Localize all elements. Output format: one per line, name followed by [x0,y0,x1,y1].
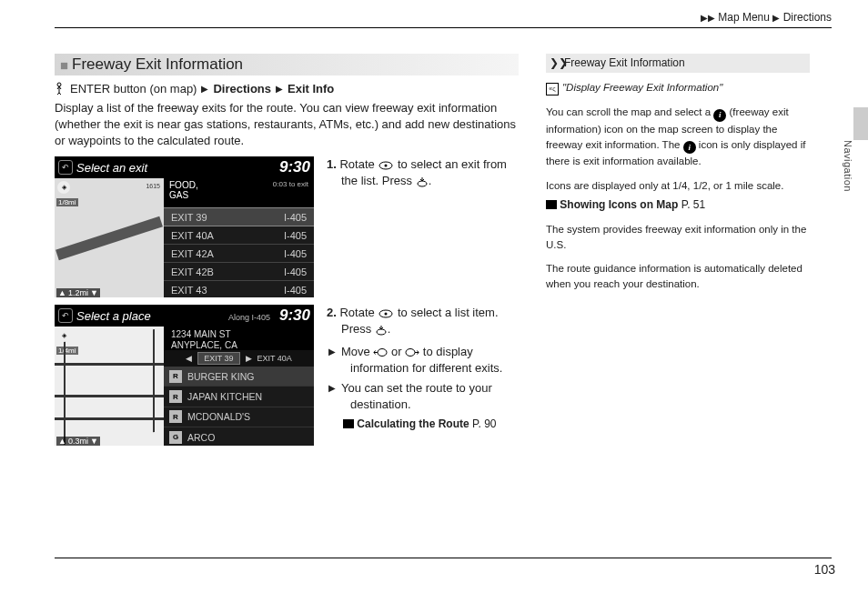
navigation-path: ENTER button (on map) ▶ Directions ▶ Exi… [55,81,519,96]
chevron-right-icon: ▶ [201,84,208,94]
chevron-right-icon: ▶ [772,13,780,23]
chevron-right-icon[interactable]: ▶ [246,354,252,363]
exit-services-label: GAS [169,190,188,200]
voice-command: «ς "Display Freeway Exit Information" [546,80,810,95]
map-preview: ◈ 1/4mi ▲ 0.3mi ▼ [55,327,164,446]
exit-tab-row: ◀ EXIT 39 ▶ EXIT 40A [164,350,314,367]
move-right-icon [405,345,419,358]
poi-list-item[interactable]: RBURGER KING [164,367,314,387]
exit-services-label: FOOD, [169,180,198,190]
intro-paragraph: Display a list of the freeway exits for … [55,100,519,150]
square-bullet-icon: ■ [60,57,68,73]
clock-display: 9:30 [279,306,310,325]
svg-point-2 [385,164,388,166]
exit-list-item[interactable]: EXIT 40AI-405 [164,226,314,245]
poi-list-item[interactable]: RMCDONALD'S [164,407,314,427]
gas-icon: G [169,431,182,444]
along-label: Along I-405 [228,313,274,322]
breadcrumb-item: Map Menu [718,11,770,24]
note-paragraph: The route guidance information is automa… [546,261,810,291]
breadcrumb-item: Directions [783,11,832,24]
screenshot-title: Select an exit [76,161,147,175]
xref-icon [546,200,557,209]
scale-indicator-bottom: ▲ 0.3mi ▼ [56,437,100,446]
exit-tab-current[interactable]: EXIT 39 [197,352,239,365]
chevron-right-icon: ▶▶ [701,13,715,23]
north-icon: ◈ [57,329,70,342]
clock-display: 9:30 [279,158,310,176]
screenshot-select-place: ↶ Select a place Along I-405 9:30 ◈ 1/4m… [55,305,314,446]
xref-icon [343,419,354,428]
page-number: 103 [814,562,835,577]
note-paragraph: You can scroll the map and select a i (f… [546,105,810,168]
section-title: ■ Freeway Exit Information [55,54,519,75]
back-icon[interactable]: ↶ [58,308,73,323]
side-tab [853,107,868,140]
restaurant-icon: R [169,390,182,403]
north-icon: ◈ [57,181,70,194]
exit-list-item[interactable]: EXIT 43I-405 [164,281,314,297]
exit-eta: 0:03 to exit [273,180,308,188]
exit-tab-next[interactable]: EXIT 40A [257,354,292,363]
sidebar-notes: ❯❯ Freeway Exit Information «ς "Display … [546,54,810,301]
rotate-dial-icon [378,306,394,319]
note-paragraph: The system provides freeway exit informa… [546,222,810,252]
move-left-icon [373,345,388,358]
exit-list-item[interactable]: EXIT 42BI-405 [164,263,314,281]
nav-path-step: Exit Info [288,82,334,95]
press-button-icon [416,174,429,187]
voice-icon: «ς [546,83,559,95]
exit-list-item[interactable]: EXIT 39I-405 [164,207,314,226]
note-paragraph: Icons are displayed only at 1/4, 1/2, or… [546,178,810,194]
screenshot-title: Select a place [76,309,151,323]
svg-point-5 [385,312,388,315]
sidebar-header: ❯❯ Freeway Exit Information [546,54,810,73]
back-icon[interactable]: ↶ [58,160,73,175]
restaurant-icon: R [169,370,182,383]
breadcrumb: ▶▶ Map Menu ▶ Directions [55,11,832,27]
rotate-dial-icon [378,157,394,171]
info-icon: i [683,141,696,154]
chevron-left-icon[interactable]: ◀ [186,354,192,363]
scale-indicator-top: 1/8mi [56,198,78,206]
poi-address: 1234 MAIN ST ANYPLACE, CA [164,327,314,350]
horizontal-rule [55,558,832,558]
scale-indicator-bottom: ▲ 1.2mi ▼ [56,288,100,297]
nav-path-step: Directions [213,82,271,95]
svg-point-3 [418,181,427,186]
restaurant-icon: R [169,410,182,423]
chevron-right-icon: ▶ [276,84,283,94]
cross-reference: Calculating the Route P. 90 [339,417,519,432]
xref-icon: ❯❯ [550,55,560,71]
step-2-text: 2. Rotate to select a list item. Press .… [327,305,519,446]
section-title-text: Freeway Exit Information [72,55,243,74]
poi-list-item[interactable]: RJAPAN KITCHEN [164,387,314,407]
press-button-icon [375,322,388,336]
screenshot-select-exit: ↶ Select an exit 9:30 ◈ 1/8mi 1615 ▲ 1.2… [55,156,314,297]
svg-point-8 [406,348,415,356]
poi-list-item[interactable]: GARCO [164,427,314,446]
info-icon: i [713,109,726,122]
step-1-text: 1. Rotate to select an exit from the lis… [327,156,519,297]
horizontal-rule [55,27,832,28]
cross-reference: Showing Icons on Map P. 51 [546,197,810,213]
nav-path-label: ENTER button (on map) [70,82,197,95]
map-preview: ◈ 1/8mi 1615 ▲ 1.2mi ▼ [55,178,164,297]
cursor-icon [55,81,66,96]
map-label: 1615 [146,183,160,189]
svg-point-7 [378,348,387,356]
svg-point-6 [377,329,386,335]
exit-list-item[interactable]: EXIT 42AI-405 [164,245,314,263]
side-section-label: Navigation [843,140,853,192]
